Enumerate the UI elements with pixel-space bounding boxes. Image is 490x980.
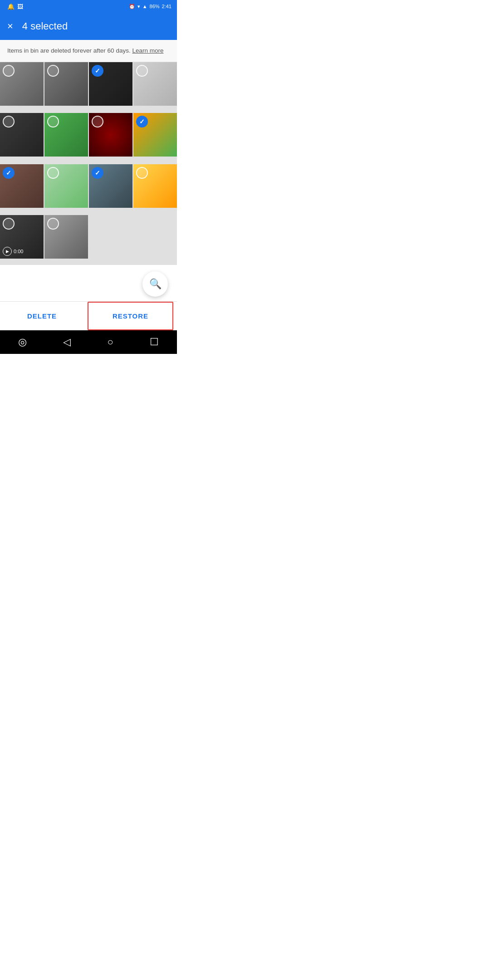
selection-indicator[interactable] [47,167,59,179]
action-bar: DELETE RESTORE [0,301,177,330]
photo-cell[interactable] [0,113,44,157]
nav-home-icon[interactable]: ○ [107,336,113,348]
photo-cell[interactable] [89,164,132,208]
clock-time: 2:41 [162,4,172,9]
status-bar-left-icons: 🔔 🖼 [7,3,23,10]
photo-cell[interactable] [0,164,44,208]
photo-grid: ▶0:00 [0,62,177,265]
top-bar: × 4 selected [0,13,177,40]
photo-cell[interactable] [44,113,88,157]
selection-indicator[interactable] [136,167,148,179]
close-button[interactable]: × [7,21,13,31]
photo-cell[interactable] [44,215,88,259]
nav-recent-icon[interactable]: ◎ [18,336,27,348]
fab-area: 🔍 [0,265,177,301]
photo-cell[interactable] [0,62,44,106]
video-duration-overlay: ▶0:00 [3,247,23,256]
info-banner: Items in bin are deleted forever after 6… [0,40,177,62]
selection-indicator[interactable] [92,167,103,179]
alarm-icon: ⏰ [129,4,135,10]
learn-more-link[interactable]: Learn more [132,47,163,54]
wifi-icon: ▾ [137,4,140,10]
info-text: Items in bin are deleted forever after 6… [7,47,131,54]
image-icon: 🖼 [17,3,23,10]
photo-cell[interactable] [44,164,88,208]
zoom-icon: 🔍 [149,278,162,290]
nav-bar: ◎ ◁ ○ ☐ [0,330,177,354]
nav-back-icon[interactable]: ◁ [63,336,71,348]
restore-button[interactable]: RESTORE [88,302,173,330]
signal-icon: ▲ [142,4,147,9]
selected-count-label: 4 selected [22,20,68,32]
zoom-fab[interactable]: 🔍 [142,271,168,297]
status-bar: 🔔 🖼 ⏰ ▾ ▲ 86% 2:41 [0,0,177,13]
photo-cell[interactable] [133,113,177,157]
photo-cell[interactable]: ▶0:00 [0,215,44,259]
status-bar-right-icons: ⏰ ▾ ▲ 86% 2:41 [129,4,172,10]
photo-cell[interactable] [44,62,88,106]
nav-recents-icon[interactable]: ☐ [150,336,159,348]
photo-cell[interactable] [133,164,177,208]
selection-indicator[interactable] [3,218,15,230]
video-duration: 0:00 [14,249,23,254]
photo-cell[interactable] [133,62,177,106]
battery-text: 86% [150,4,160,9]
selection-indicator[interactable] [47,218,59,230]
photo-cell[interactable] [89,62,132,106]
delete-button[interactable]: DELETE [0,302,84,330]
notification-bell-icon: 🔔 [7,3,15,10]
play-icon: ▶ [3,247,12,256]
selection-indicator[interactable] [3,167,15,179]
photo-cell[interactable] [89,113,132,157]
